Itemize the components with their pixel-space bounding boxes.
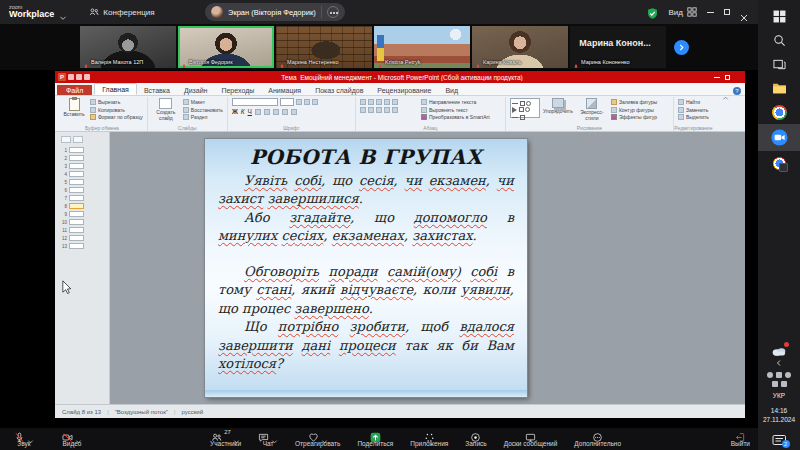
- align-right-icon[interactable]: [376, 107, 382, 113]
- ppt-close-button[interactable]: [735, 74, 741, 80]
- ppt-tab[interactable]: Рецензирование: [370, 85, 438, 95]
- convert-smartart-button[interactable]: Преобразовать в SmartArt: [421, 114, 490, 120]
- slide-thumbnail-row[interactable]: 7: [55, 194, 109, 202]
- slide-thumbnail-row[interactable]: 8: [55, 202, 109, 210]
- shape-effects-button[interactable]: Эффекты фигур: [611, 114, 657, 120]
- slide-thumbnail-row[interactable]: 12: [55, 234, 109, 242]
- system-tray[interactable]: [764, 372, 794, 387]
- toolbar-more-button[interactable]: Дополнительно: [574, 429, 621, 447]
- slide-thumbnail-row[interactable]: 9: [55, 210, 109, 218]
- file-explorer-icon[interactable]: [758, 76, 800, 100]
- section-button[interactable]: Раздел: [183, 114, 223, 120]
- toolbar-video-button[interactable]: Видео: [62, 429, 82, 447]
- tab-conference[interactable]: Конференция: [89, 7, 154, 17]
- chrome-profile-icon[interactable]: [758, 151, 800, 175]
- select-button[interactable]: Выделить: [678, 114, 709, 120]
- tray-mic-icon[interactable]: [776, 372, 782, 378]
- chat-options-chevron-icon[interactable]: [271, 431, 278, 438]
- ribbon-collapse-icon[interactable]: [722, 88, 729, 95]
- bullets-icon[interactable]: [360, 99, 366, 105]
- participant-tile[interactable]: Вікторія Федорик: [178, 26, 274, 68]
- toolbar-apps-button[interactable]: Приложения: [410, 429, 448, 447]
- participant-tile[interactable]: Марина Конон...Марина Кононенко: [570, 26, 666, 68]
- participant-tile[interactable]: Карина Коваль: [472, 26, 568, 68]
- find-button[interactable]: Найти: [678, 99, 709, 105]
- grow-font-icon[interactable]: [296, 99, 302, 105]
- cut-button[interactable]: Вырезать: [90, 99, 143, 105]
- font-mini-button[interactable]: [255, 109, 261, 115]
- outline-tab[interactable]: [73, 136, 83, 143]
- search-icon[interactable]: [758, 28, 800, 52]
- start-button[interactable]: [758, 4, 800, 28]
- decrease-indent-icon[interactable]: [376, 99, 382, 105]
- increase-indent-icon[interactable]: [384, 99, 390, 105]
- video-options-chevron-icon[interactable]: [75, 431, 82, 438]
- font-mini-button[interactable]: [291, 109, 297, 115]
- security-shield-icon[interactable]: [646, 6, 659, 19]
- slide-thumbnail[interactable]: [69, 155, 84, 162]
- shrink-font-icon[interactable]: [304, 99, 310, 105]
- ppt-tab[interactable]: Переходы: [214, 85, 261, 95]
- participants-options-chevron-icon[interactable]: [233, 431, 240, 438]
- ppt-tab[interactable]: Показ слайдов: [308, 85, 370, 95]
- toolbar-react-button[interactable]: Отреагировать: [295, 429, 340, 447]
- workspace-chevron-down-icon[interactable]: [59, 8, 67, 16]
- align-left-icon[interactable]: [360, 107, 366, 113]
- slide-thumbnail-row[interactable]: 3: [55, 162, 109, 170]
- status-language[interactable]: русский: [181, 409, 203, 415]
- slide-thumbnail-row[interactable]: 6: [55, 186, 109, 194]
- shape-fill-button[interactable]: Заливка фигуры: [611, 99, 657, 105]
- window-maximize-button[interactable]: [724, 9, 730, 15]
- ppt-tab[interactable]: Вставка: [137, 85, 177, 95]
- font-mini-button[interactable]: [264, 109, 270, 115]
- shapes-gallery[interactable]: [510, 98, 540, 118]
- participant-tile[interactable]: Марина Нестеренко: [276, 26, 372, 68]
- paste-button[interactable]: Вставить: [61, 98, 87, 124]
- font-style-button[interactable]: Ч: [248, 108, 252, 115]
- toolbar-leave-button[interactable]: Выйти: [731, 429, 750, 447]
- slide-thumbnail-row[interactable]: 5: [55, 178, 109, 186]
- weather-widget-icon[interactable]: [771, 344, 788, 357]
- action-center-icon[interactable]: 2: [772, 433, 787, 446]
- slide-thumbnail[interactable]: [69, 219, 84, 226]
- slide-thumbnail[interactable]: [69, 227, 84, 234]
- next-participants-button[interactable]: [674, 40, 689, 55]
- layout-button[interactable]: Макет: [183, 99, 223, 105]
- slide-thumbnail-row[interactable]: 11: [55, 226, 109, 234]
- share-options-more-icon[interactable]: [327, 6, 339, 18]
- align-text-button[interactable]: Выровнять текст: [421, 107, 490, 113]
- slide-thumbnail-row[interactable]: 1: [55, 146, 109, 154]
- ppt-tab[interactable]: Дизайн: [177, 85, 215, 95]
- slide-thumbnail[interactable]: [69, 243, 84, 250]
- slide-thumbnail-row[interactable]: 4: [55, 170, 109, 178]
- toolbar-participants-button[interactable]: 27Участники: [210, 429, 241, 447]
- slide-thumbnail[interactable]: [69, 171, 84, 178]
- toolbar-audio-button[interactable]: Звук: [14, 429, 34, 447]
- slide-thumbnail[interactable]: [69, 147, 84, 154]
- toolbar-boards-button[interactable]: Доски сообщений: [504, 429, 558, 447]
- slide-thumbnail[interactable]: [69, 211, 84, 218]
- tray-network-icon[interactable]: [781, 381, 787, 387]
- participant-tile[interactable]: Валерія Махота 12П: [80, 26, 176, 68]
- numbering-icon[interactable]: [368, 99, 374, 105]
- font-name-combobox[interactable]: [232, 98, 278, 106]
- shape-outline-button[interactable]: Контур фигуры: [611, 107, 657, 113]
- font-mini-button[interactable]: [273, 109, 279, 115]
- save-icon[interactable]: [68, 74, 74, 80]
- justify-icon[interactable]: [384, 107, 390, 113]
- undo-icon[interactable]: [76, 74, 82, 80]
- font-style-button[interactable]: Ж: [232, 108, 238, 115]
- new-slide-button[interactable]: Создать слайд: [152, 98, 180, 124]
- replace-button[interactable]: Заменить: [678, 107, 709, 113]
- help-button[interactable]: ?: [733, 87, 741, 95]
- slide-thumbnail[interactable]: [69, 195, 84, 202]
- quick-styles-button[interactable]: Экспресс-стили: [576, 98, 608, 124]
- slide-thumbnail-row[interactable]: 13: [55, 242, 109, 250]
- ppt-tab[interactable]: Вид: [438, 85, 465, 95]
- slide-thumbnail-row[interactable]: 10: [55, 218, 109, 226]
- text-direction-button[interactable]: Направление текста: [421, 99, 490, 105]
- font-size-combobox[interactable]: [280, 98, 294, 106]
- columns-icon[interactable]: [392, 107, 398, 113]
- slide-thumbnail[interactable]: [69, 163, 84, 170]
- line-spacing-icon[interactable]: [392, 99, 398, 105]
